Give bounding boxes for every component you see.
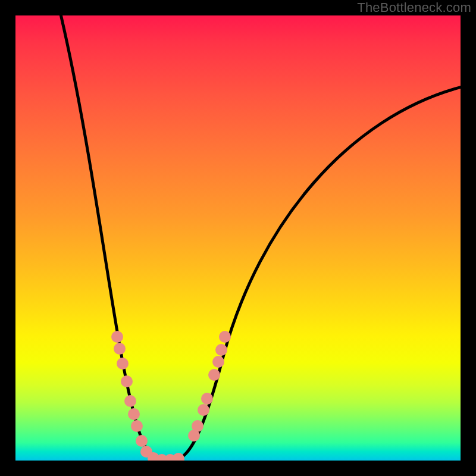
data-dot bbox=[219, 331, 231, 343]
dots-right-group bbox=[188, 331, 231, 441]
data-dot bbox=[131, 420, 143, 432]
curve-svg bbox=[15, 15, 461, 461]
dots-bottom-group bbox=[148, 452, 184, 461]
data-dot bbox=[198, 404, 209, 416]
data-dot bbox=[215, 344, 227, 356]
data-dot bbox=[208, 369, 220, 381]
data-dot bbox=[128, 408, 140, 420]
data-dot bbox=[117, 358, 129, 369]
data-dot bbox=[124, 395, 136, 407]
data-dot bbox=[111, 331, 123, 343]
data-dot bbox=[201, 393, 213, 405]
plot-area bbox=[15, 15, 461, 461]
dots-left-group bbox=[111, 331, 152, 458]
bottleneck-curve bbox=[61, 15, 461, 460]
data-dot bbox=[121, 375, 133, 387]
data-dot bbox=[136, 435, 148, 447]
data-dot bbox=[192, 420, 203, 432]
data-dot bbox=[114, 343, 126, 355]
data-dot bbox=[212, 356, 224, 368]
watermark-text: TheBottleneck.com bbox=[357, 0, 471, 15]
chart-frame: TheBottleneck.com bbox=[0, 0, 476, 476]
data-dot bbox=[173, 453, 184, 461]
